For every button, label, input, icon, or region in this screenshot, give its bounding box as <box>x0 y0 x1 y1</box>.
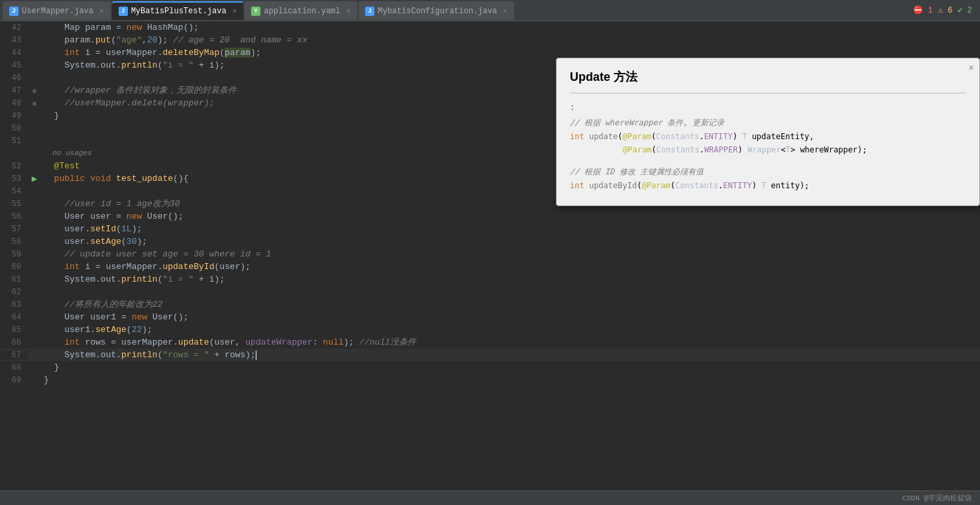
update-method-popup: × Update 方法 : // 根据 whereWrapper 条件, 更新记… <box>556 58 980 206</box>
popup-line-dot: : <box>570 101 966 114</box>
line-num-55: 55 <box>0 199 28 209</box>
line-num-59: 59 <box>0 250 28 259</box>
code-editor[interactable]: 42 Map param = new HashMap(); 43 param.p… <box>0 21 980 505</box>
table-row: 59 // update user set age = 30 where id … <box>0 248 980 260</box>
line-content-57: user.setId(1L); <box>41 223 980 235</box>
line-num-57: 57 <box>0 225 28 234</box>
line-num-47: 47 <box>0 86 28 95</box>
table-row: 60 int i = userMapper.updateById(user); <box>0 260 980 273</box>
line-content-60: int i = userMapper.updateById(user); <box>41 260 980 273</box>
line-num-52: 52 <box>0 162 28 171</box>
line-content-61: System.out.println("i = " + i); <box>41 273 980 286</box>
line-content-62 <box>41 286 980 298</box>
tab-usermapper[interactable]: J UserMapper.java × <box>3 1 111 20</box>
tab-application-yaml[interactable]: Y application.yaml × <box>245 1 357 20</box>
table-row: 42 Map param = new HashMap(); <box>0 21 980 34</box>
line-num-hint: 52 <box>0 149 28 158</box>
table-row: 69 } <box>0 374 980 386</box>
line-num-44: 44 <box>0 48 28 58</box>
main-area: 42 Map param = new HashMap(); 43 param.p… <box>0 21 980 505</box>
bottom-bar: CSDN @芋泥肉松腚袋 <box>0 490 980 505</box>
line-num-54: 54 <box>0 187 28 196</box>
line-num-62: 62 <box>0 288 28 297</box>
line-num-63: 63 <box>0 300 28 309</box>
line-num-45: 45 <box>0 61 28 70</box>
popup-code-block: : // 根据 whereWrapper 条件, 更新记录 int update… <box>570 101 966 192</box>
line-content-66: int rows = userMapper.update(user, updat… <box>41 336 980 349</box>
status-indicators: ⛔ 1 ⚠ 6 ✔ 2 <box>913 5 977 15</box>
line-num-65: 65 <box>0 325 28 335</box>
table-row: 62 <box>0 286 980 298</box>
table-row: 57 user.setId(1L); <box>0 223 980 235</box>
tab-label-4: MybatisConfiguration.java <box>378 7 497 16</box>
check-count: ✔ 2 <box>957 5 972 15</box>
line-num-56: 56 <box>0 212 28 221</box>
gutter-47: ◉ <box>28 87 41 95</box>
table-row: 63 //将所有人的年龄改为22 <box>0 298 980 311</box>
line-num-69: 69 <box>0 376 28 385</box>
yaml-icon: Y <box>251 7 260 16</box>
watermark: CSDN @芋泥肉松腚袋 <box>902 493 972 503</box>
line-num-61: 61 <box>0 275 28 284</box>
table-row: 64 User user1 = new User(); <box>0 311 980 323</box>
run-button[interactable]: ▶ <box>28 173 41 184</box>
line-content-69: } <box>41 374 980 386</box>
line-num-49: 49 <box>0 111 28 121</box>
tab-close-3[interactable]: × <box>347 7 351 15</box>
popup-close-button[interactable]: × <box>969 62 974 73</box>
line-num-48: 48 <box>0 99 28 108</box>
gutter-48: ◉ <box>28 99 41 107</box>
error-count: ⛔ 1 <box>913 5 932 15</box>
line-num-67: 67 <box>0 351 28 360</box>
popup-comment2: // 根据 ID 修改 主键属性必须有值 <box>570 166 966 178</box>
line-num-51: 51 <box>0 137 28 146</box>
line-content-43: param.put("age",20); // age = 20 and nam… <box>41 34 980 46</box>
line-content-42: Map param = new HashMap(); <box>41 21 980 34</box>
table-row: 58 user.setAge(30); <box>0 235 980 248</box>
java-icon-1: J <box>9 7 19 16</box>
table-row: 65 user1.setAge(22); <box>0 323 980 336</box>
tab-label-2: MyBatisPlusTest.java <box>131 7 227 16</box>
tab-close-4[interactable]: × <box>503 7 508 15</box>
table-row: 66 int rows = userMapper.update(user, up… <box>0 336 980 349</box>
java-icon-2: J <box>119 7 128 16</box>
popup-line1: int update(@Param(Constants.ENTITY) T up… <box>570 131 966 143</box>
ide-window: J UserMapper.java × J MyBatisPlusTest.ja… <box>0 0 980 505</box>
java-icon-4: J <box>365 7 374 16</box>
popup-line2: @Param(Constants.WRAPPER) Wrapper<T> whe… <box>570 144 966 156</box>
table-row: 56 User user = new User(); <box>0 210 980 223</box>
popup-line3: int updateById(@Param(Constants.ENTITY) … <box>570 180 966 192</box>
line-num-43: 43 <box>0 36 28 45</box>
line-num-42: 42 <box>0 23 28 32</box>
line-num-60: 60 <box>0 262 28 272</box>
line-num-50: 50 <box>0 124 28 133</box>
table-row: 67 System.out.println("rows = " + rows); <box>0 349 980 361</box>
tab-close-1[interactable]: × <box>99 7 104 15</box>
popup-comment1: // 根据 whereWrapper 条件, 更新记录 <box>570 117 966 129</box>
line-content-64: User user1 = new User(); <box>41 311 980 323</box>
line-num-66: 66 <box>0 338 28 347</box>
tab-label-3: application.yaml <box>264 7 340 16</box>
line-num-64: 64 <box>0 313 28 322</box>
line-content-59: // update user set age = 30 where id = 1 <box>41 248 980 260</box>
tab-label-1: UserMapper.java <box>22 7 93 16</box>
line-content-68: } <box>41 361 980 374</box>
table-row: 43 param.put("age",20); // age = 20 and … <box>0 34 980 46</box>
line-num-46: 46 <box>0 74 28 83</box>
line-num-68: 68 <box>0 363 28 372</box>
line-content-65: user1.setAge(22); <box>41 323 980 336</box>
warning-count: ⚠ 6 <box>938 5 953 15</box>
tab-mybatisplustest[interactable]: J MyBatisPlusTest.java × <box>112 1 244 20</box>
line-num-58: 58 <box>0 237 28 247</box>
popup-title: Update 方法 <box>570 69 966 85</box>
tab-bar: J UserMapper.java × J MyBatisPlusTest.ja… <box>0 0 980 21</box>
line-content-58: user.setAge(30); <box>41 235 980 248</box>
table-row: 61 System.out.println("i = " + i); <box>0 273 980 286</box>
tab-close-2[interactable]: × <box>233 7 237 15</box>
line-content-56: User user = new User(); <box>41 210 980 223</box>
line-content-63: //将所有人的年龄改为22 <box>41 298 980 311</box>
line-content-67: System.out.println("rows = " + rows); <box>41 349 980 361</box>
table-row: 68 } <box>0 361 980 374</box>
tab-mybatisconfiguration[interactable]: J MybatisConfiguration.java × <box>358 1 514 20</box>
line-num-53: 53 <box>0 174 28 184</box>
